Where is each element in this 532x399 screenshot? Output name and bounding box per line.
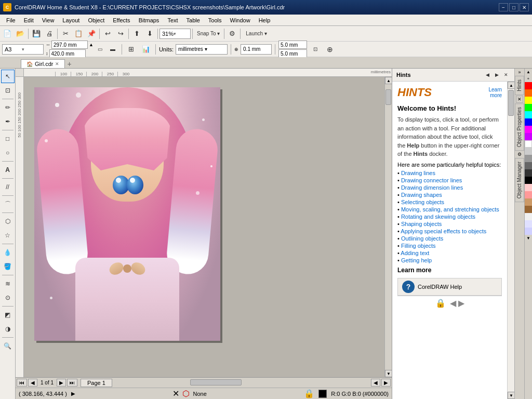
canvas-scroll-area[interactable] [24, 77, 384, 377]
link-adding-text[interactable]: Adding text [401, 250, 429, 256]
menu-help[interactable]: Help [255, 16, 275, 24]
color-green[interactable] [525, 104, 532, 111]
palette-up-button[interactable]: ▲ [525, 69, 532, 75]
menu-view[interactable]: View [38, 16, 59, 24]
eyedropper-tool[interactable]: 💧 [1, 246, 15, 259]
hints-prev-button[interactable]: ◀ [483, 71, 491, 79]
color-light-gray[interactable] [525, 148, 532, 155]
connector-tool[interactable]: ⌒ [1, 197, 15, 211]
select-tool[interactable]: ↖ [1, 70, 15, 83]
object-manager-icon[interactable]: ⚙ [515, 151, 524, 158]
color-gray[interactable] [525, 155, 532, 162]
link-dimension-lines[interactable]: Drawing dimension lines [401, 184, 463, 191]
menu-table[interactable]: Table [182, 16, 204, 24]
link-outlining[interactable]: Outlining objects [401, 235, 443, 242]
maximize-button[interactable]: □ [509, 3, 518, 11]
freehand-tool[interactable]: ✏ [1, 101, 15, 114]
menu-edit[interactable]: Edit [20, 16, 38, 24]
prev-page-button[interactable]: ◀ [28, 379, 37, 387]
hint-link-9[interactable]: • Applying special effects to objects [397, 228, 502, 234]
color-white[interactable] [525, 140, 532, 148]
document-tab[interactable]: 🏠 Girl.cdr ✕ [21, 59, 65, 68]
hints-scroll-down-button[interactable]: ▼ [508, 392, 514, 399]
color-blue[interactable] [525, 118, 532, 126]
expand-button[interactable]: ▶ [71, 391, 75, 396]
color-dark-gray[interactable] [525, 162, 532, 169]
menu-file[interactable]: File [2, 16, 20, 24]
transparency-tool[interactable]: ◑ [1, 322, 15, 336]
hint-link-5[interactable]: • Selecting objects [397, 199, 502, 205]
color-dark-brown[interactable] [525, 206, 532, 213]
vscroll-up-button[interactable]: ▲ [385, 77, 392, 84]
text-tool[interactable]: A [1, 163, 15, 177]
color-darker-gray[interactable] [525, 169, 532, 177]
menu-effects[interactable]: Effects [109, 16, 134, 24]
color-light-blue[interactable] [525, 220, 532, 228]
expand-dock-icon[interactable]: » [515, 69, 524, 76]
minimize-button[interactable]: − [499, 3, 508, 11]
link-rotating[interactable]: Rotating and skewing objects [401, 214, 475, 220]
zoom-input[interactable]: 31% ▾ [159, 29, 191, 39]
hints-scroll-up-button[interactable]: ▲ [508, 82, 514, 89]
color-near-white[interactable] [525, 213, 532, 220]
coreldraw-help-button[interactable]: ? CorelDRAW Help [397, 278, 502, 296]
page-tab[interactable]: Page 1 [81, 379, 112, 387]
hint-link-4[interactable]: • Drawing shapes [397, 192, 502, 198]
color-yellow[interactable] [525, 97, 532, 104]
shadow-tool[interactable]: ◩ [1, 308, 15, 322]
polygon-tool[interactable]: ⬡ [1, 215, 15, 228]
hints-nav-forward[interactable]: ▶ [458, 298, 464, 308]
close-panel-icon[interactable]: ✕ [516, 96, 523, 103]
menu-text[interactable]: Text [163, 16, 182, 24]
vscroll-thumb[interactable] [385, 89, 391, 105]
import-button[interactable]: ⬆ [130, 28, 143, 40]
snap-button[interactable]: Snap To ▾ [194, 28, 222, 40]
link-getting-help[interactable]: Getting help [401, 257, 432, 263]
save-button[interactable]: 💾 [30, 28, 43, 40]
scroll-left-button[interactable]: ◀ [371, 379, 380, 387]
settings-button[interactable]: ⚙ [226, 28, 238, 40]
dup-y[interactable]: 5.0 mm [278, 49, 307, 58]
hints-next-button[interactable]: ▶ [493, 71, 501, 79]
new-button[interactable]: 📄 [1, 28, 14, 40]
link-special-effects[interactable]: Applying special effects to objects [401, 228, 486, 234]
first-page-button[interactable]: ⏮ [17, 379, 27, 387]
link-moving[interactable]: Moving, scaling, and stretching objects [401, 206, 499, 212]
tab-close-button[interactable]: ✕ [55, 61, 59, 66]
copy-button[interactable]: 📋 [72, 28, 85, 40]
palette-down-button[interactable]: ▼ [525, 235, 532, 242]
hint-link-6[interactable]: • Moving, scaling, and stretching object… [397, 206, 502, 212]
fill-tool[interactable]: 🪣 [1, 260, 15, 273]
link-shaping[interactable]: Shaping objects [401, 221, 442, 227]
hint-link-11[interactable]: • Filling objects [397, 243, 502, 249]
vscroll-down-button[interactable]: ▼ [385, 370, 392, 377]
smart-draw-tool[interactable]: ✒ [1, 115, 15, 128]
align-button[interactable]: ⊞ [125, 43, 138, 56]
menu-bitmaps[interactable]: Bitmaps [135, 16, 164, 24]
color-violet[interactable] [525, 133, 532, 140]
hint-link-1[interactable]: • Drawing lines [397, 170, 502, 176]
palette-plus-button[interactable]: + [525, 75, 532, 82]
color-magenta[interactable] [525, 126, 532, 133]
scroll-right-button[interactable]: ▶ [381, 379, 391, 387]
color-brown[interactable] [525, 198, 532, 206]
link-filling[interactable]: Filling objects [401, 243, 436, 249]
dup-x[interactable]: 5.0 mm [278, 41, 307, 49]
last-page-button[interactable]: ⏭ [67, 379, 77, 387]
color-pink[interactable] [525, 191, 532, 198]
hints-close-button[interactable]: ✕ [502, 71, 510, 79]
next-page-button[interactable]: ▶ [57, 379, 66, 387]
color-light-pink[interactable] [525, 184, 532, 191]
cut-button[interactable]: ✂ [59, 28, 72, 40]
page-height[interactable]: 420.0 mm [49, 49, 86, 58]
link-drawing-lines[interactable]: Drawing lines [401, 170, 435, 176]
hint-link-7[interactable]: • Rotating and skewing objects [397, 214, 502, 220]
new-tab-button[interactable]: + [65, 60, 73, 68]
page-size-input[interactable]: A3 ▾ [2, 44, 44, 55]
resize-page-button[interactable]: ⊡ [309, 43, 322, 56]
hint-link-8[interactable]: • Shaping objects [397, 221, 502, 227]
color-black[interactable] [525, 177, 532, 184]
page-width[interactable]: 297.0 mm [51, 41, 88, 49]
link-selecting[interactable]: Selecting objects [401, 199, 444, 205]
menu-object[interactable]: Object [84, 16, 109, 24]
